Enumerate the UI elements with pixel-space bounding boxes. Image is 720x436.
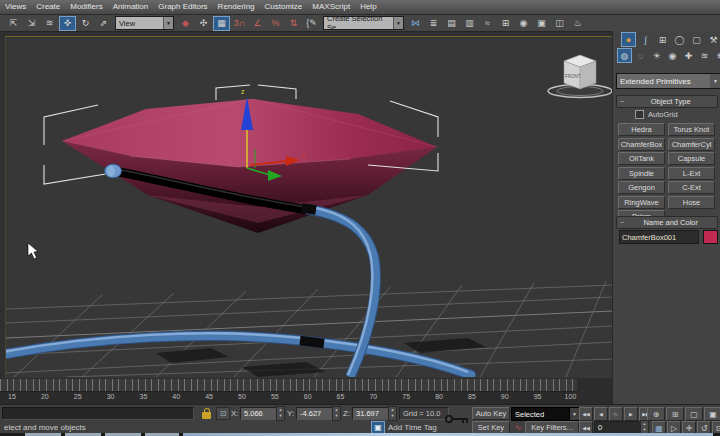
menu-maxscript[interactable]: MAXScript — [307, 0, 355, 14]
name-color-rollout-header[interactable]: − Name and Color — [616, 216, 718, 229]
select-and-rotate-icon[interactable]: ↻ — [77, 16, 94, 31]
button-chamfercyl[interactable]: ChamferCyl — [668, 138, 715, 151]
zoom-icon[interactable]: ⊕ — [647, 407, 665, 421]
timeline-number: 45 — [199, 393, 219, 400]
modify-tab[interactable]: ∫ — [638, 32, 653, 47]
x-spinner[interactable] — [276, 406, 285, 421]
button-oiltank[interactable]: OilTank — [618, 152, 665, 165]
chevron-down-icon: ▼ — [710, 74, 720, 88]
menu-customize[interactable]: Customize — [260, 0, 308, 14]
angle-snap-icon[interactable]: ∠ — [249, 16, 266, 31]
use-pivot-point-center-icon[interactable]: ◆ — [177, 16, 194, 31]
select-and-manipulate-icon[interactable]: ✣ — [195, 16, 212, 31]
menu-help[interactable]: Help — [355, 0, 381, 14]
spinner-snap-icon[interactable]: ⇅ — [285, 16, 302, 31]
button-l-ext[interactable]: L-Ext — [668, 167, 715, 180]
display-tab[interactable]: ▢ — [689, 32, 704, 47]
selection-set-filter-dropdown[interactable]: Selected ▼ — [511, 407, 580, 421]
viewcube[interactable]: FRONT — [548, 55, 612, 98]
timeline-ruler[interactable] — [0, 379, 577, 392]
mirror-icon[interactable]: ⋈ — [407, 16, 424, 31]
percent-snap-icon[interactable]: % — [267, 16, 284, 31]
absolute-offset-mode-icon[interactable]: ⊡ — [216, 407, 230, 420]
primitives-dropdown[interactable]: Extended Primitives ▼ — [616, 73, 720, 89]
maxscript-mini-listener[interactable] — [2, 407, 194, 420]
space-warps-category[interactable]: ≋ — [697, 48, 712, 63]
lights-category[interactable]: ☀ — [649, 48, 664, 63]
timeline-number: 90 — [495, 393, 515, 400]
bind-to-space-warp-icon[interactable]: ≋ — [41, 16, 58, 31]
keyboard-shortcut-override-icon[interactable]: ▦ — [213, 16, 230, 31]
reference-coordinate-dropdown[interactable]: View ▼ — [115, 16, 174, 30]
add-time-tag-button[interactable]: Add Time Tag — [388, 423, 437, 432]
selection-set-dropdown[interactable]: Create Selection Se ▼ — [323, 16, 404, 30]
zoom-all-icon[interactable]: ⊞ — [666, 407, 684, 421]
button-spindle[interactable]: Spindle — [618, 167, 665, 180]
button-gengon[interactable]: Gengon — [618, 181, 665, 194]
timeline-number: 30 — [101, 393, 121, 400]
object-type-rollout-header[interactable]: − Object Type — [616, 95, 718, 108]
select-and-scale-icon[interactable]: ⇗ — [95, 16, 112, 31]
rendered-frame-window-icon[interactable]: ◫ — [551, 16, 568, 31]
menu-views[interactable]: Views — [0, 0, 31, 14]
zoom-extents-icon[interactable]: ▢ — [685, 407, 703, 421]
material-editor-icon[interactable]: ◉ — [515, 16, 532, 31]
next-frame-button[interactable]: ▶ — [624, 407, 638, 421]
button-c-ext[interactable]: C-Ext — [668, 181, 715, 194]
menu-graph-editors[interactable]: Graph Editors — [153, 0, 212, 14]
layer-manager-icon[interactable]: ▤ — [443, 16, 460, 31]
curve-editor-icon[interactable]: ≈ — [479, 16, 496, 31]
selection-lock-icon[interactable] — [202, 412, 211, 419]
systems-category[interactable]: ❋ — [713, 48, 720, 63]
grid-size-display: Grid = 10.0 — [399, 407, 449, 420]
button-chamferbox[interactable]: ChamferBox — [618, 138, 665, 151]
scene-states-icon[interactable]: ▥ — [461, 16, 478, 31]
play-button[interactable]: ▷ — [609, 407, 623, 421]
y-spinner[interactable] — [332, 406, 341, 421]
y-coordinate-field[interactable]: -4.627 — [296, 407, 334, 420]
object-color-swatch[interactable] — [703, 230, 718, 244]
snaps-toggle-icon[interactable]: 3∩ — [231, 16, 248, 31]
button-hedra[interactable]: Hedra — [618, 123, 665, 136]
button-capsule[interactable]: Capsule — [668, 152, 715, 165]
timeline-number: 25 — [68, 393, 88, 400]
timeline-number: 70 — [363, 393, 383, 400]
render-setup-icon[interactable]: ▣ — [533, 16, 550, 31]
auto-key-button[interactable]: Auto Key — [472, 407, 510, 420]
shapes-category[interactable]: ◌ — [633, 48, 648, 63]
menu-animation[interactable]: Animation — [108, 0, 154, 14]
object-name-field[interactable] — [619, 230, 699, 244]
create-categories: ◍◌☀◉✚≋❋ — [617, 48, 720, 63]
button-hose[interactable]: Hose — [668, 196, 715, 209]
helpers-category[interactable]: ✚ — [681, 48, 696, 63]
select-and-link-icon[interactable]: ⇱ — [5, 16, 22, 31]
previous-frame-button[interactable]: ◀ — [594, 407, 608, 421]
go-to-start-button[interactable]: ◀◀ — [579, 407, 593, 421]
z-spinner[interactable] — [388, 406, 397, 421]
menu-rendering[interactable]: Rendering — [213, 0, 260, 14]
align-icon[interactable]: ≣ — [425, 16, 442, 31]
hose-floor-object[interactable] — [6, 333, 471, 375]
button-ringwave[interactable]: RingWave — [618, 196, 665, 209]
cameras-category[interactable]: ◉ — [665, 48, 680, 63]
utilities-tab[interactable]: ⚒ — [706, 32, 720, 47]
hierarchy-tab[interactable]: ⊞ — [655, 32, 670, 47]
menu-create[interactable]: Create — [31, 0, 65, 14]
motion-tab[interactable]: ◯ — [672, 32, 687, 47]
x-coordinate-field[interactable]: 5.066 — [240, 407, 278, 420]
timeline-number: 95 — [528, 393, 548, 400]
object-type-buttons: HedraTorus KnotChamferBoxChamferCylOilTa… — [618, 123, 716, 223]
schematic-view-icon[interactable]: ⊞ — [497, 16, 514, 31]
edit-named-selection-sets-icon[interactable]: {✎ — [303, 16, 320, 31]
unlink-selection-icon[interactable]: ⇲ — [23, 16, 40, 31]
create-tab[interactable]: ● — [621, 32, 636, 47]
zoom-extents-all-icon[interactable]: ▣ — [704, 407, 720, 421]
geometry-category[interactable]: ◍ — [617, 48, 632, 63]
button-torus-knot[interactable]: Torus Knot — [668, 123, 715, 136]
perspective-viewport[interactable]: z x FRONT — [5, 36, 613, 380]
render-production-icon[interactable]: ♨ — [569, 16, 586, 31]
menu-modifiers[interactable]: Modifiers — [65, 0, 107, 14]
select-and-move-icon[interactable]: ✜ — [59, 16, 76, 31]
autogrid-checkbox[interactable] — [635, 110, 644, 119]
z-coordinate-field[interactable]: 31.697 — [352, 407, 390, 420]
